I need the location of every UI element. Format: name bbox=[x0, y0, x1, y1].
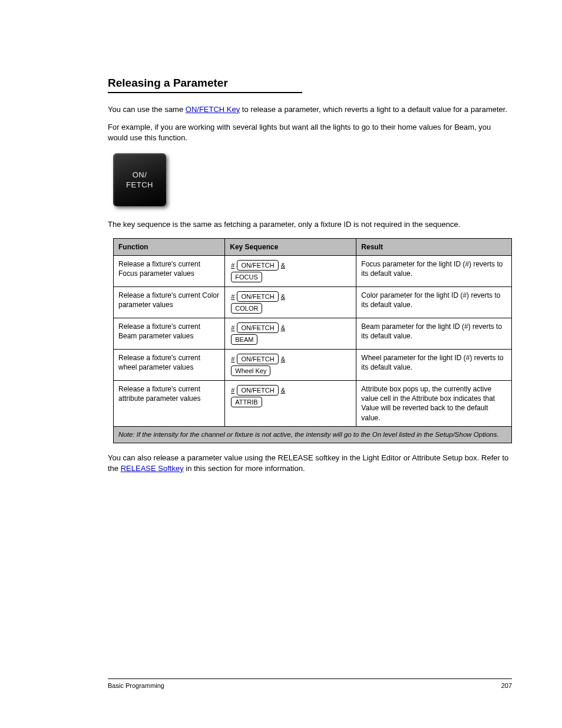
key-token: & bbox=[281, 293, 285, 300]
keycap: ON/FETCH bbox=[237, 260, 278, 271]
key-token: & bbox=[281, 387, 285, 394]
keycap: ATTRIB bbox=[231, 397, 262, 407]
release-softkey-link[interactable]: RELEASE Softkey bbox=[121, 464, 184, 473]
key-token: & bbox=[281, 262, 285, 269]
cell-result: Focus parameter for the light ID (#) rev… bbox=[356, 256, 512, 287]
intro-para-3: The key sequence is the same as fetching… bbox=[108, 219, 512, 230]
cell-keyseq: #ON/FETCH&COLOR bbox=[225, 287, 356, 318]
cell-result: Color parameter for the light ID (#) rev… bbox=[356, 287, 512, 318]
cell-function: Release a fixture's current Color parame… bbox=[114, 287, 225, 318]
key-token: # bbox=[231, 262, 234, 269]
intro-1b: to release a parameter, which reverts a … bbox=[240, 105, 507, 114]
post-text: You can also release a parameter value u… bbox=[108, 453, 512, 473]
keycap: FOCUS bbox=[231, 272, 262, 282]
on-fetch-key-link[interactable]: ON/FETCH Key bbox=[186, 105, 240, 114]
cell-keyseq: #ON/FETCH&FOCUS bbox=[225, 256, 356, 287]
table-row: Release a fixture's current wheel parame… bbox=[114, 350, 512, 381]
key-token: & bbox=[281, 324, 285, 331]
cell-keyseq: #ON/FETCH&Wheel Key bbox=[225, 350, 356, 381]
cell-result: Wheel parameter for the light ID (#) rev… bbox=[356, 350, 512, 381]
keycap: BEAM bbox=[231, 334, 257, 345]
keycap: ON/FETCH bbox=[237, 385, 278, 396]
intro-para-3-wrap: The key sequence is the same as fetching… bbox=[108, 219, 512, 230]
table-row: Release a fixture's current attribute pa… bbox=[114, 381, 512, 427]
cell-keyseq: #ON/FETCH&ATTRIB bbox=[225, 381, 356, 427]
cell-function: Release a fixture's current Beam paramet… bbox=[114, 318, 225, 350]
release-parameter-table: Function Key Sequence Result Release a f… bbox=[113, 238, 512, 443]
th-function: Function bbox=[114, 238, 225, 255]
cell-function: Release a fixture's current Focus parame… bbox=[114, 256, 225, 287]
post-para: You can also release a parameter value u… bbox=[108, 453, 512, 473]
table-note-row: Note: If the intensity for the channel o… bbox=[114, 426, 512, 443]
section-title: Releasing a Parameter bbox=[108, 75, 302, 93]
cell-keyseq: #ON/FETCH&BEAM bbox=[225, 318, 356, 350]
key-token: & bbox=[281, 355, 285, 363]
key-token: # bbox=[231, 387, 234, 394]
key-token: # bbox=[231, 355, 234, 363]
page-footer: Basic Programming 207 bbox=[0, 678, 562, 690]
keycap: ON/FETCH bbox=[237, 322, 278, 333]
cell-result: Attribute box pops up, the currently act… bbox=[356, 381, 512, 427]
footer-right: 207 bbox=[501, 681, 512, 690]
on-fetch-key-icon: ON/ FETCH bbox=[113, 153, 166, 206]
post-b: in this section for more information. bbox=[184, 464, 305, 473]
intro-para-1: You can use the same ON/FETCH Key to rel… bbox=[108, 104, 512, 115]
table-row: Release a fixture's current Beam paramet… bbox=[114, 318, 512, 350]
cell-function: Release a fixture's current wheel parame… bbox=[114, 350, 225, 381]
th-result: Result bbox=[356, 238, 512, 255]
cell-result: Beam parameter for the light ID (#) reve… bbox=[356, 318, 512, 350]
intro-para-2: For example, if you are working with sev… bbox=[108, 122, 512, 143]
keycap: ON/FETCH bbox=[237, 354, 278, 364]
keycap: Wheel Key bbox=[231, 365, 270, 376]
table-note-cell: Note: If the intensity for the channel o… bbox=[114, 426, 512, 443]
table-row: Release a fixture's current Focus parame… bbox=[114, 256, 512, 287]
table-row: Release a fixture's current Color parame… bbox=[114, 287, 512, 318]
footer-left: Basic Programming bbox=[108, 681, 164, 690]
intro-paragraphs: You can use the same ON/FETCH Key to rel… bbox=[108, 104, 512, 143]
keycap: COLOR bbox=[231, 303, 262, 314]
intro-1a: You can use the same bbox=[108, 105, 186, 114]
cell-function: Release a fixture's current attribute pa… bbox=[114, 381, 225, 427]
th-keyseq: Key Sequence bbox=[225, 238, 356, 255]
key-token: # bbox=[231, 293, 234, 300]
key-token: # bbox=[231, 324, 234, 331]
table-header-row: Function Key Sequence Result bbox=[114, 238, 512, 255]
keycap: ON/FETCH bbox=[237, 291, 278, 302]
